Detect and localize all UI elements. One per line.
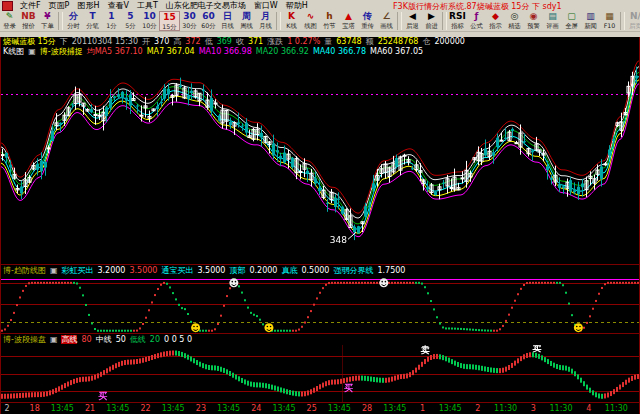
info-segment: 收 bbox=[236, 37, 244, 46]
toolbar-button-画线[interactable]: ∠画线 bbox=[377, 11, 396, 31]
toolbar-button-指示[interactable]: ◆指示 bbox=[486, 11, 505, 31]
toolbar-button-精选[interactable]: ◎精选 bbox=[505, 11, 524, 31]
toolbar-label: 画线 bbox=[378, 22, 395, 29]
toolbar-button-月线[interactable]: 月月线 bbox=[256, 11, 275, 31]
toolbar-button-30分[interactable]: 3030分 bbox=[180, 11, 199, 31]
toolbar-button-分时[interactable]: 分分时 bbox=[64, 11, 83, 31]
toolbar-button-后页[interactable]: N/后页 bbox=[626, 11, 640, 31]
toolbar-label: 后页 bbox=[627, 22, 640, 29]
axis-label: 13:45 bbox=[158, 404, 188, 413]
toolbar-button-60分[interactable]: 6060分 bbox=[199, 11, 218, 31]
info-segment: 博-趋防线图 bbox=[3, 266, 46, 275]
info-segment: MA10 366.98 bbox=[199, 47, 252, 56]
toolbar-button-周线[interactable]: 周周线 bbox=[237, 11, 256, 31]
toolbar-label: 新闻 bbox=[582, 22, 599, 29]
menu-item-文件F[interactable]: 文件F bbox=[16, 1, 45, 10]
info-segment: MA60 367.05 bbox=[370, 47, 423, 56]
axis-label: 13:45 bbox=[214, 404, 244, 413]
axis-label: 11:30 bbox=[491, 404, 521, 413]
info-segment: 0.2000 bbox=[249, 266, 277, 275]
K线-icon: K bbox=[282, 11, 301, 22]
toolbar-label: 日线 bbox=[219, 22, 236, 29]
toolbar-separator bbox=[58, 12, 63, 30]
info-segment: K线图 bbox=[3, 47, 24, 56]
info-segment: 20 bbox=[150, 335, 160, 344]
toolbar-button-分笔[interactable]: T分笔 bbox=[83, 11, 102, 31]
toolbar-button-15分[interactable]: 1515分 bbox=[159, 11, 180, 31]
info-segment: 25248768 bbox=[378, 37, 419, 46]
toolbar-button-1分[interactable]: 11分 bbox=[102, 11, 121, 31]
toolbar-label: 精选 bbox=[506, 22, 523, 29]
toolbar-button-登录[interactable]: ✎登录 bbox=[0, 11, 19, 31]
toolbar-button-重传[interactable]: 传重传 bbox=[358, 11, 377, 31]
报价-icon: NB bbox=[19, 11, 38, 22]
band-indicator-chart[interactable] bbox=[1, 276, 639, 333]
toolbar-button-宝塔[interactable]: ▲宝塔 bbox=[339, 11, 358, 31]
toolbar-label: 评画 bbox=[544, 22, 561, 29]
menu-item-窗口W[interactable]: 窗口W bbox=[250, 1, 282, 10]
toolbar-button-新闻[interactable]: ▥新闻 bbox=[581, 11, 600, 31]
toolbar-button-竹节[interactable]: h竹节 bbox=[320, 11, 339, 31]
toolbar-label: 线图 bbox=[302, 22, 319, 29]
分时-icon: 分 bbox=[64, 11, 83, 22]
toolbar-label: 10分 bbox=[141, 22, 158, 29]
info-segment: 3.2000 bbox=[97, 266, 125, 275]
info-segment: 370 bbox=[154, 37, 169, 46]
toolbar-label: 报价 bbox=[20, 22, 37, 29]
toolbar-label: 公式 bbox=[468, 22, 485, 29]
info-segment: 额 bbox=[366, 37, 374, 46]
osc-panel-header: 博-波段操盘▣高线80中线50低线200 0 5 0 bbox=[1, 333, 639, 345]
candlestick-chart[interactable] bbox=[1, 57, 639, 264]
toolbar-button-5分[interactable]: 55分 bbox=[121, 11, 140, 31]
menu-item-山东化肥电子交易市场[interactable]: 山东化肥电子交易市场 bbox=[162, 1, 250, 10]
menu-item-页面P[interactable]: 页面P bbox=[45, 1, 74, 10]
指示-icon: ◆ bbox=[486, 11, 505, 22]
info-segment: 真底 bbox=[281, 266, 297, 275]
toolbar-button-报价[interactable]: NB报价 bbox=[19, 11, 38, 31]
menu-item-查看V[interactable]: 查看V bbox=[103, 1, 132, 10]
toolbar-button-下单[interactable]: ¥下单 bbox=[38, 11, 57, 31]
app-icon bbox=[2, 1, 13, 11]
F10-icon: ▦ bbox=[600, 11, 619, 22]
toolbar-label: 周线 bbox=[238, 22, 255, 29]
osc-indicator-chart[interactable] bbox=[1, 345, 639, 402]
toolbar-button-指标[interactable]: RSI指标 bbox=[448, 11, 467, 31]
toolbar-label: 60分 bbox=[200, 22, 217, 29]
info-segment: 80 bbox=[81, 335, 91, 344]
collapse-icon[interactable]: ▣ bbox=[50, 335, 58, 344]
collapse-icon[interactable]: ▣ bbox=[28, 47, 36, 56]
collapse-icon[interactable]: ▣ bbox=[50, 266, 58, 275]
axis-label: 2 bbox=[463, 404, 493, 413]
toolbar-label: 登录 bbox=[1, 22, 18, 29]
toolbar-button-日线[interactable]: 日日线 bbox=[218, 11, 237, 31]
15分-icon: 15 bbox=[160, 12, 179, 23]
axis-label: 13:45 bbox=[269, 404, 299, 413]
toolbar-separator bbox=[442, 12, 447, 30]
toolbar-button-全屏[interactable]: ▢全屏 bbox=[562, 11, 581, 31]
menu-item-图形H[interactable]: 图形H bbox=[73, 1, 103, 10]
axis-label: 13:45 bbox=[380, 404, 410, 413]
info-segment: 372 bbox=[185, 37, 200, 46]
toolbar-button-后退[interactable]: ◀后退 bbox=[403, 11, 422, 31]
band-panel-header: 博-趋防线图▣彩虹买出3.20003.5000通宝买出3.5000顶部0.200… bbox=[1, 264, 639, 276]
toolbar-button-线图[interactable]: ∿线图 bbox=[301, 11, 320, 31]
info-segment: 低线 bbox=[130, 335, 146, 344]
toolbar-button-K线[interactable]: KK线 bbox=[282, 11, 301, 31]
toolbar-button-前进[interactable]: ▶前进 bbox=[422, 11, 441, 31]
menu-item-帮助H[interactable]: 帮助H bbox=[282, 1, 312, 10]
toolbar-button-评画[interactable]: ▤评画 bbox=[543, 11, 562, 31]
info-segment: 63748 bbox=[336, 37, 361, 46]
toolbar-button-F10[interactable]: ▦F10 bbox=[600, 11, 619, 31]
menu-item-工具T[interactable]: 工具T bbox=[133, 1, 162, 10]
toolbar-label: 全屏 bbox=[563, 22, 580, 29]
info-segment: 下 bbox=[60, 37, 68, 46]
toolbar-button-10分[interactable]: 1010分 bbox=[140, 11, 159, 31]
公式-icon: ƒ bbox=[467, 11, 486, 22]
toolbar-separator bbox=[397, 12, 402, 30]
info-segment: MA7 367.04 bbox=[147, 47, 195, 56]
quote-info-bar: 烧碱蓝极 15分下20110304 15:30开370高372低369收371涨… bbox=[1, 37, 639, 47]
toolbar-button-预警[interactable]: ◉预警 bbox=[524, 11, 543, 31]
60分-icon: 60 bbox=[199, 11, 218, 22]
axis-label: 4 bbox=[574, 404, 604, 413]
toolbar-button-公式[interactable]: ƒ公式 bbox=[467, 11, 486, 31]
